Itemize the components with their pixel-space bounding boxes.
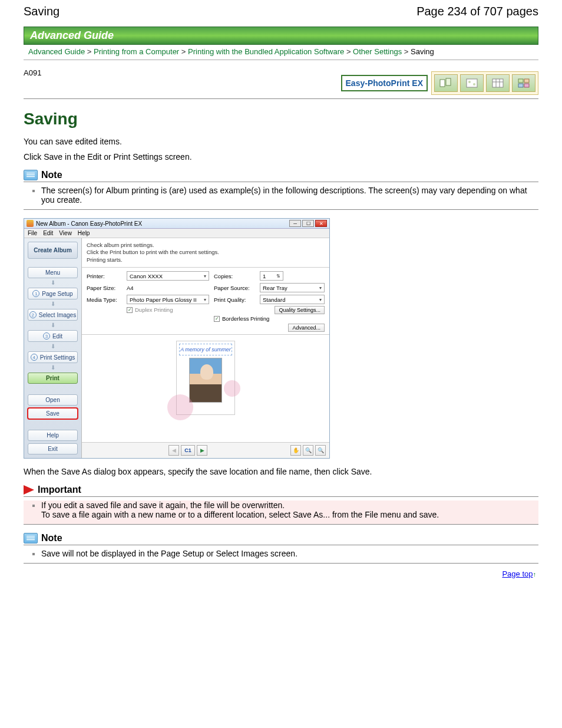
layout-icon bbox=[460, 74, 484, 92]
duplex-checkbox[interactable]: ✓ bbox=[127, 307, 133, 313]
important-heading: Important bbox=[38, 485, 81, 495]
paper-source-select[interactable]: Rear Tray▾ bbox=[260, 283, 325, 292]
page-indicator: Page 234 of 707 pages bbox=[416, 5, 538, 18]
breadcrumb-link[interactable]: Other Settings bbox=[353, 47, 402, 56]
paper-source-label: Paper Source: bbox=[214, 285, 255, 291]
sidebar-open-button[interactable]: Open bbox=[28, 394, 78, 406]
duplex-checkbox-row: ✓Duplex Printing bbox=[127, 307, 209, 313]
print-settings-panel: Printer: Canon XXXX▾ Copies: 1⇅ Paper Si… bbox=[82, 268, 329, 335]
svg-rect-11 bbox=[518, 84, 523, 87]
svg-rect-12 bbox=[524, 84, 529, 87]
preview-area: A memory of summer ◀ C1 ▶ bbox=[82, 335, 329, 458]
svg-rect-2 bbox=[467, 79, 477, 87]
note-heading: Note bbox=[41, 170, 62, 180]
menu-edit[interactable]: Edit bbox=[43, 230, 53, 236]
svg-rect-5 bbox=[492, 79, 503, 87]
breadcrumb-current: Saving bbox=[411, 47, 434, 56]
svg-point-4 bbox=[473, 83, 475, 85]
preview-toolbar: ◀ C1 ▶ ✋ 🔍 🔍 bbox=[82, 442, 329, 458]
intro-text-1: You can save edited items. bbox=[24, 137, 538, 146]
hand-tool-icon[interactable]: ✋ bbox=[290, 445, 301, 456]
note-text: Save will not be displayed in the Page S… bbox=[41, 549, 297, 558]
sidebar-print-button[interactable]: Print bbox=[28, 373, 78, 384]
sidebar-exit-button[interactable]: Exit bbox=[28, 443, 78, 454]
menu-file[interactable]: File bbox=[28, 230, 37, 236]
page-top-link[interactable]: Page top bbox=[502, 569, 533, 578]
copies-label: Copies: bbox=[214, 273, 255, 279]
menu-help[interactable]: Help bbox=[78, 230, 90, 236]
note-text: The screen(s) for Album printing is (are… bbox=[41, 186, 527, 205]
stickers-icon bbox=[512, 74, 535, 92]
sidebar-step-edit[interactable]: 3Edit bbox=[28, 330, 78, 342]
important-text: If you edit a saved file and save it aga… bbox=[41, 500, 439, 519]
instruction-panel: Check album print settings. Click the Pr… bbox=[82, 238, 329, 268]
sidebar-step-print-settings[interactable]: 4Print Settings bbox=[28, 351, 78, 363]
zoom-out-icon[interactable]: 🔍 bbox=[315, 445, 326, 456]
note-icon bbox=[24, 170, 38, 180]
breadcrumb: Advanced Guide > Printing from a Compute… bbox=[24, 45, 538, 60]
printer-label: Printer: bbox=[87, 273, 122, 279]
chevron-down-icon: ⬇ bbox=[28, 281, 78, 285]
paper-size-label: Paper Size: bbox=[87, 285, 122, 291]
breadcrumb-link[interactable]: Advanced Guide bbox=[28, 47, 85, 56]
page-indicator-button[interactable]: C1 bbox=[181, 445, 195, 456]
guide-banner: Advanced Guide bbox=[24, 27, 538, 45]
menubar: File Edit View Help bbox=[24, 229, 329, 238]
sidebar-menu-button[interactable]: Menu bbox=[28, 267, 78, 278]
photo-thumbnail bbox=[189, 358, 222, 403]
chevron-down-icon: ⬇ bbox=[28, 323, 78, 328]
breadcrumb-sep: > bbox=[404, 47, 409, 56]
paper-size-value: A4 bbox=[127, 285, 209, 291]
breadcrumb-sep: > bbox=[346, 47, 351, 56]
zoom-in-icon[interactable]: 🔍 bbox=[303, 445, 313, 456]
sidebar-step-page-setup[interactable]: 1Page Setup bbox=[28, 288, 78, 299]
menu-view[interactable]: View bbox=[59, 230, 72, 236]
app-window: New Album - Canon Easy-PhotoPrint EX ─ ☐… bbox=[24, 218, 330, 459]
print-quality-select[interactable]: Standard▾ bbox=[260, 295, 325, 304]
sidebar: Create Album Menu ⬇ 1Page Setup ⬇ 2Selec… bbox=[24, 238, 82, 458]
window-title: New Album - Canon Easy-PhotoPrint EX bbox=[36, 220, 142, 227]
album-page-preview: A memory of summer bbox=[176, 341, 235, 415]
prev-page-button[interactable]: ◀ bbox=[168, 445, 179, 456]
svg-rect-10 bbox=[524, 79, 529, 83]
note-list: The screen(s) for Album printing is (are… bbox=[24, 186, 538, 205]
album-caption: A memory of summer bbox=[179, 344, 232, 355]
sidebar-help-button[interactable]: Help bbox=[28, 430, 78, 441]
breadcrumb-link[interactable]: Printing from a Computer bbox=[94, 47, 179, 56]
maximize-button[interactable]: ☐ bbox=[302, 220, 314, 227]
chevron-down-icon: ⬇ bbox=[28, 302, 78, 307]
quality-settings-button[interactable]: Quality Settings... bbox=[275, 306, 325, 314]
printer-select[interactable]: Canon XXXX▾ bbox=[127, 271, 209, 281]
svg-point-3 bbox=[468, 81, 471, 83]
album-icon bbox=[434, 74, 458, 92]
borderless-checkbox[interactable]: ✓ bbox=[214, 316, 220, 322]
media-type-label: Media Type: bbox=[87, 297, 122, 303]
minimize-button[interactable]: ─ bbox=[289, 220, 301, 227]
media-type-select[interactable]: Photo Paper Plus Glossy II▾ bbox=[127, 295, 209, 304]
next-page-button[interactable]: ▶ bbox=[197, 445, 207, 456]
close-button[interactable]: ✕ bbox=[315, 220, 327, 227]
sidebar-save-button[interactable]: Save bbox=[28, 408, 78, 419]
copies-spinner[interactable]: 1⇅ bbox=[260, 271, 283, 281]
note-icon bbox=[24, 533, 38, 543]
important-icon bbox=[24, 485, 34, 495]
page-title-top: Saving bbox=[24, 5, 59, 18]
chevron-down-icon: ⬇ bbox=[28, 365, 78, 370]
note-list: Save will not be displayed in the Page S… bbox=[24, 549, 538, 558]
product-label: Easy-PhotoPrint EX bbox=[341, 75, 428, 91]
svg-rect-1 bbox=[446, 78, 451, 85]
print-quality-label: Print Quality: bbox=[214, 297, 255, 303]
product-icon-row bbox=[431, 71, 538, 95]
advanced-button[interactable]: Advanced... bbox=[288, 324, 325, 332]
up-arrow-icon: ↑ bbox=[533, 571, 537, 578]
chevron-down-icon: ⬇ bbox=[28, 344, 78, 349]
svg-rect-9 bbox=[518, 79, 523, 83]
titlebar: New Album - Canon Easy-PhotoPrint EX ─ ☐… bbox=[24, 219, 329, 229]
breadcrumb-link[interactable]: Printing with the Bundled Application So… bbox=[188, 47, 344, 56]
important-list: If you edit a saved file and save it aga… bbox=[24, 500, 538, 519]
page-title: Saving bbox=[24, 110, 538, 129]
sidebar-step-select-images[interactable]: 2Select Images bbox=[28, 309, 78, 321]
calendar-icon bbox=[486, 74, 510, 92]
note-heading: Note bbox=[41, 533, 62, 543]
after-screenshot-text: When the Save As dialog box appears, spe… bbox=[24, 467, 538, 476]
